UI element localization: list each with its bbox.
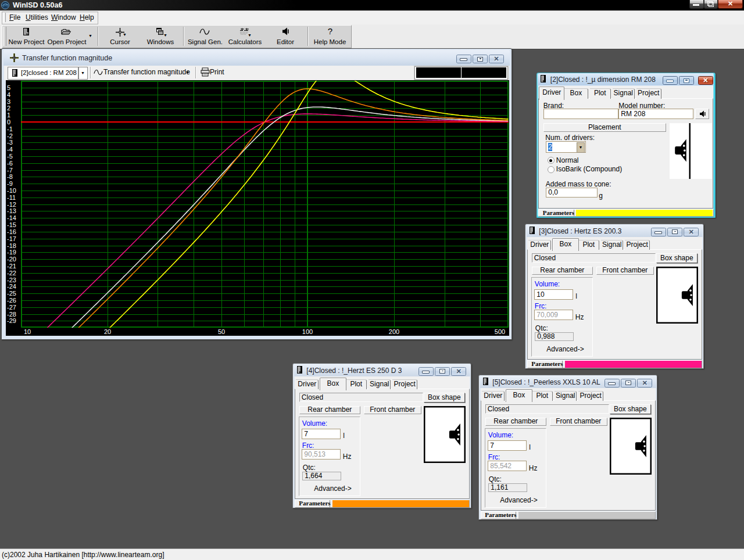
svg-text:0: 0 bbox=[7, 119, 10, 125]
svg-text:-29: -29 bbox=[7, 317, 16, 324]
svg-text:-9: -9 bbox=[7, 180, 13, 187]
svg-text:-17: -17 bbox=[7, 235, 16, 242]
svg-text:50: 50 bbox=[218, 328, 225, 335]
svg-text:2: 2 bbox=[7, 105, 10, 112]
svg-text:-8: -8 bbox=[7, 173, 13, 180]
svg-text:-25: -25 bbox=[7, 290, 16, 297]
svg-text:5: 5 bbox=[7, 84, 10, 91]
svg-text:-12: -12 bbox=[7, 201, 16, 208]
svg-text:-19: -19 bbox=[7, 249, 16, 256]
svg-text:-2: -2 bbox=[7, 132, 13, 139]
svg-text:-22: -22 bbox=[7, 270, 16, 277]
svg-text:-6: -6 bbox=[7, 160, 13, 167]
svg-text:-23: -23 bbox=[7, 277, 16, 283]
svg-text:-20: -20 bbox=[7, 256, 16, 263]
svg-text:-11: -11 bbox=[7, 194, 16, 201]
svg-text:-16: -16 bbox=[7, 228, 16, 235]
svg-text:1: 1 bbox=[7, 112, 10, 119]
svg-text:-4: -4 bbox=[7, 146, 13, 153]
svg-text:10: 10 bbox=[24, 328, 31, 335]
svg-text:-5: -5 bbox=[7, 153, 13, 160]
svg-text:-21: -21 bbox=[7, 263, 16, 270]
svg-text:-28: -28 bbox=[7, 311, 16, 318]
svg-text:-15: -15 bbox=[7, 221, 16, 228]
svg-text:-26: -26 bbox=[7, 297, 16, 304]
svg-text:-27: -27 bbox=[7, 304, 16, 311]
svg-text:-1: -1 bbox=[7, 125, 13, 132]
svg-text:3: 3 bbox=[7, 98, 10, 105]
svg-text:-13: -13 bbox=[7, 207, 16, 214]
svg-text:100: 100 bbox=[302, 328, 313, 335]
svg-text:4: 4 bbox=[7, 91, 10, 98]
svg-text:-18: -18 bbox=[7, 242, 16, 249]
svg-text:500: 500 bbox=[495, 328, 505, 335]
svg-text:-24: -24 bbox=[7, 283, 16, 290]
svg-text:20: 20 bbox=[104, 328, 111, 335]
svg-text:200: 200 bbox=[389, 328, 399, 335]
svg-text:-3: -3 bbox=[7, 139, 13, 146]
svg-text:-10: -10 bbox=[7, 187, 16, 194]
svg-text:-14: -14 bbox=[7, 214, 16, 221]
svg-text:-7: -7 bbox=[7, 167, 13, 174]
